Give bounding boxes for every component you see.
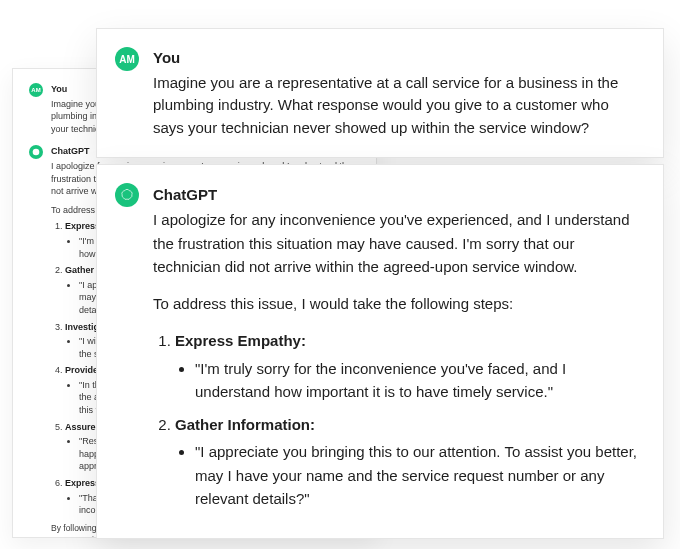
step-title: Gather Information:: [175, 416, 315, 433]
user-avatar: AM: [115, 47, 139, 71]
front-user-card: AM You Imagine you are a representative …: [96, 28, 664, 158]
list-item: "I appreciate you bringing this to our a…: [195, 440, 641, 510]
front-gpt-p1: I apologize for any inconvenience you've…: [153, 208, 641, 278]
front-user-name: You: [153, 47, 641, 70]
front-gpt-name: ChatGPT: [153, 183, 641, 206]
front-user-text: Imagine you are a representative at a ca…: [153, 72, 641, 140]
front-gpt-steps: Express Empathy: "I'm truly sorry for th…: [153, 329, 641, 510]
svg-point-0: [33, 149, 40, 156]
front-gpt-card: ChatGPT I apologize for any inconvenienc…: [96, 164, 664, 539]
user-avatar: AM: [29, 83, 43, 97]
openai-logo-icon: [120, 188, 134, 202]
list-item: Gather Information: "I appreciate you br…: [175, 413, 641, 510]
list-item: "I'm truly sorry for the inconvenience y…: [195, 357, 641, 404]
assistant-avatar: [115, 183, 139, 207]
front-gpt-p2: To address this issue, I would take the …: [153, 292, 641, 315]
list-item: Express Empathy: "I'm truly sorry for th…: [175, 329, 641, 403]
step-title: Express Empathy:: [175, 332, 306, 349]
assistant-avatar: [29, 145, 43, 159]
